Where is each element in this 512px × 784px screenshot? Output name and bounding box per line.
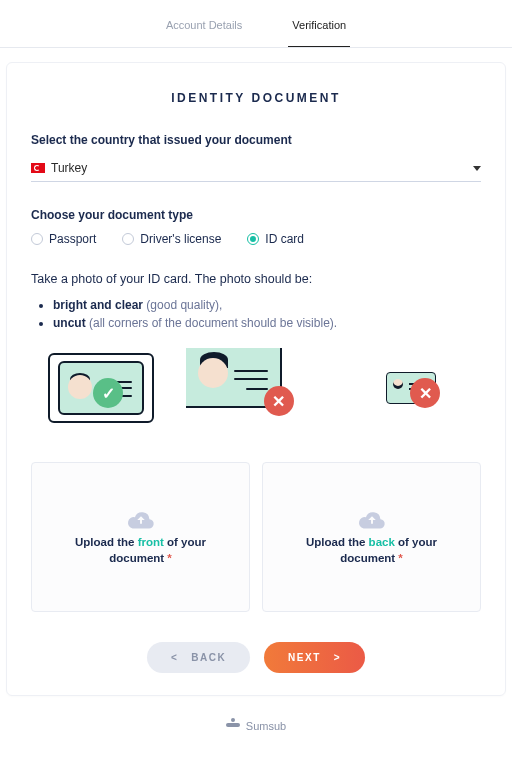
country-selected-value: Turkey (51, 161, 87, 175)
cross-icon: ✕ (410, 378, 440, 408)
verification-card: IDENTITY DOCUMENT Select the country tha… (6, 62, 506, 696)
chevron-right-icon: > (334, 652, 341, 663)
requirement-bold: uncut (53, 316, 86, 330)
next-label: NEXT (288, 652, 321, 663)
example-good: ✓ (31, 348, 172, 428)
brand-text: Sumsub (246, 720, 286, 732)
t: back (369, 536, 395, 548)
footer-brand: Sumsub (0, 706, 512, 740)
tab-account-details[interactable]: Account Details (162, 3, 246, 46)
photo-instruction: Take a photo of your ID card. The photo … (31, 272, 481, 286)
top-tabs: Account Details Verification (0, 2, 512, 48)
requirement-rest: (good quality), (143, 298, 222, 312)
radio-icon (247, 233, 259, 245)
example-small: ✕ (340, 348, 481, 428)
sumsub-icon (226, 721, 240, 731)
country-select[interactable]: Turkey (31, 157, 481, 182)
radio-passport[interactable]: Passport (31, 232, 96, 246)
back-button[interactable]: < BACK (147, 642, 250, 673)
cross-icon: ✕ (264, 386, 294, 416)
check-icon: ✓ (93, 378, 123, 408)
example-images: ✓ ✕ ✕ (31, 348, 481, 428)
t: Upload the (306, 536, 369, 548)
chevron-left-icon: < (171, 652, 178, 663)
requirements-list: bright and clear (good quality), uncut (… (31, 298, 481, 330)
required-star: * (167, 552, 171, 564)
upload-back-label: Upload the back of your document * (281, 534, 462, 566)
doctype-label: Choose your document type (31, 208, 481, 222)
flag-turkey-icon (31, 163, 45, 173)
requirement-rest: (all corners of the document should be v… (86, 316, 337, 330)
requirement-item: uncut (all corners of the document shoul… (53, 316, 481, 330)
action-buttons: < BACK NEXT > (31, 642, 481, 673)
tab-verification[interactable]: Verification (288, 3, 350, 47)
radio-label: Passport (49, 232, 96, 246)
back-label: BACK (191, 652, 226, 663)
radio-icon (122, 233, 134, 245)
chevron-down-icon (473, 166, 481, 171)
requirement-item: bright and clear (good quality), (53, 298, 481, 312)
t: Upload the (75, 536, 138, 548)
example-cut: ✕ (186, 348, 327, 428)
upload-cloud-icon (126, 508, 156, 534)
requirement-bold: bright and clear (53, 298, 143, 312)
page-title: IDENTITY DOCUMENT (31, 91, 481, 105)
country-label: Select the country that issued your docu… (31, 133, 481, 147)
radio-icon (31, 233, 43, 245)
radio-id-card[interactable]: ID card (247, 232, 304, 246)
upload-cloud-icon (357, 508, 387, 534)
radio-drivers-license[interactable]: Driver's license (122, 232, 221, 246)
required-star: * (398, 552, 402, 564)
upload-front-label: Upload the front of your document * (50, 534, 231, 566)
t: front (138, 536, 164, 548)
radio-label: ID card (265, 232, 304, 246)
upload-back-button[interactable]: Upload the back of your document * (262, 462, 481, 612)
next-button[interactable]: NEXT > (264, 642, 365, 673)
radio-label: Driver's license (140, 232, 221, 246)
upload-front-button[interactable]: Upload the front of your document * (31, 462, 250, 612)
upload-area: Upload the front of your document * Uplo… (31, 462, 481, 612)
doctype-radio-group: Passport Driver's license ID card (31, 232, 481, 246)
